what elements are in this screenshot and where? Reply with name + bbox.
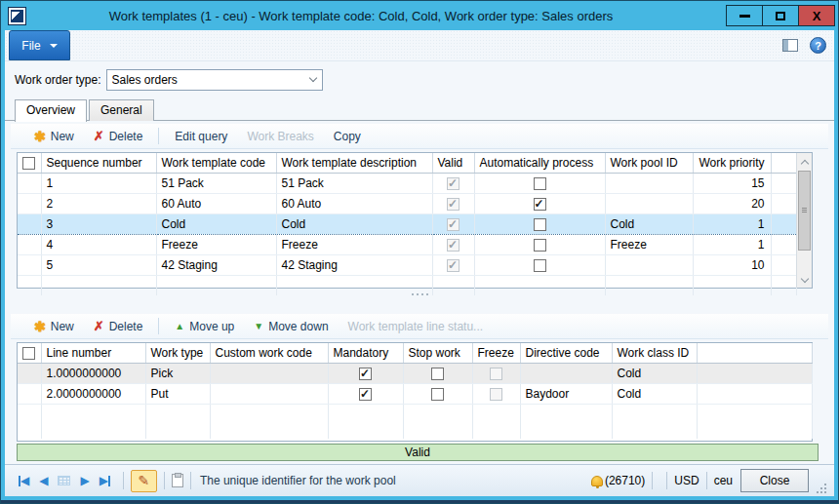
header-row: Sequence number Work template code Work … <box>18 153 796 173</box>
column-header-valid[interactable]: Valid <box>432 153 474 173</box>
stop-work-checkbox[interactable] <box>431 368 444 380</box>
company-field[interactable]: ceu <box>714 474 733 487</box>
mandatory-checkbox[interactable] <box>359 388 372 401</box>
column-header-automatically-process[interactable]: Automatically process <box>474 153 605 173</box>
currency-field[interactable]: USD <box>674 474 699 487</box>
alert-count[interactable]: (26710) <box>605 474 645 487</box>
tab-overview[interactable]: Overview <box>15 99 87 122</box>
file-menu-label: File <box>21 39 40 53</box>
alert-bell-icon[interactable] <box>591 476 603 486</box>
freeze-checkbox <box>490 388 502 401</box>
edit-query-label: Edit query <box>175 130 227 143</box>
table-row[interactable]: 260 Auto60 Auto 20 <box>18 193 796 213</box>
close-button[interactable]: Close <box>740 469 809 492</box>
menu-bar: File ? <box>5 30 834 61</box>
table-row[interactable]: 542 Staging42 Staging 10 <box>18 254 796 275</box>
column-header-directive-code[interactable]: Directive code <box>520 343 612 363</box>
work-breaks-button: Work Breaks <box>237 126 323 147</box>
new-button[interactable]: ✱ New <box>24 126 84 147</box>
automatically-process-checkbox[interactable] <box>534 239 546 252</box>
select-all-header[interactable] <box>18 153 41 173</box>
valid-checkbox <box>447 259 459 272</box>
automatically-process-checkbox[interactable] <box>534 198 546 211</box>
column-header-work-type[interactable]: Work type <box>145 343 210 363</box>
delete-line-button[interactable]: ✗ Delete <box>84 316 153 337</box>
scroll-up-button[interactable] <box>797 154 812 170</box>
move-down-button[interactable]: ▼ Move down <box>244 316 338 337</box>
column-header-work-template-description[interactable]: Work template description <box>276 153 432 173</box>
scroll-down-button[interactable] <box>797 271 812 287</box>
status-message: The unique identifier for the work pool <box>200 474 591 487</box>
column-header-stop-work[interactable]: Stop work <box>403 343 472 363</box>
column-header-work-priority[interactable]: Work priority <box>693 153 771 173</box>
mandatory-checkbox[interactable] <box>359 368 372 380</box>
maximize-button[interactable] <box>762 5 799 26</box>
select-all-header[interactable] <box>18 343 41 363</box>
templates-toolbar: ✱ New ✗ Delete Edit query Work Breaks Co… <box>11 124 828 149</box>
column-header-freeze[interactable]: Freeze <box>472 343 520 363</box>
automatically-process-checkbox[interactable] <box>534 218 546 231</box>
column-header-filler <box>697 343 812 363</box>
minimize-icon <box>739 15 750 18</box>
vertical-scrollbar[interactable] <box>796 153 812 288</box>
row-selector[interactable] <box>18 254 41 275</box>
row-selector[interactable] <box>18 234 41 254</box>
toolbar-separator <box>158 318 159 334</box>
stop-work-checkbox[interactable] <box>431 388 444 401</box>
table-row[interactable]: 2.0000000000Put BaydoorCold <box>18 383 812 404</box>
row-selector[interactable] <box>18 213 41 234</box>
last-record-button[interactable]: ▶ <box>100 474 110 487</box>
column-header-mandatory[interactable]: Mandatory <box>328 343 403 363</box>
work-order-type-label: Work order type: <box>15 73 100 87</box>
table-row[interactable]: 4FreezeFreeze Freeze1 <box>18 234 796 254</box>
row-selector[interactable] <box>18 173 41 193</box>
layout-icon[interactable] <box>782 39 798 52</box>
table-row-selected[interactable]: 3ColdCold Cold1 <box>18 213 796 234</box>
delete-button[interactable]: ✗ Delete <box>84 126 153 147</box>
column-header-line-number[interactable]: Line number <box>41 343 145 363</box>
resize-grip[interactable] <box>817 484 826 493</box>
first-record-button[interactable]: ◀ <box>19 474 29 487</box>
next-record-button[interactable]: ▶ <box>80 474 89 487</box>
work-templates-grid: Sequence number Work template code Work … <box>17 152 813 289</box>
new-icon: ✱ <box>34 129 46 144</box>
row-selector[interactable] <box>18 193 41 213</box>
row-selector[interactable] <box>18 383 41 404</box>
toolbar-separator <box>158 128 159 144</box>
column-header-work-template-code[interactable]: Work template code <box>156 153 276 173</box>
lines-toolbar: ✱ New ✗ Delete ▲ Move up ▼ Move down Wor… <box>11 314 828 339</box>
select-all-checkbox[interactable] <box>22 157 35 170</box>
column-header-custom-work-code[interactable]: Custom work code <box>210 343 328 363</box>
move-up-button[interactable]: ▲ Move up <box>165 316 244 337</box>
edit-record-button[interactable]: ✎ <box>131 470 157 492</box>
table-row[interactable]: 151 Pack51 Pack 15 <box>18 173 796 193</box>
move-up-label: Move up <box>189 320 234 333</box>
work-order-type-select[interactable]: Sales orders <box>106 69 323 91</box>
paste-icon[interactable] <box>172 474 183 487</box>
header-row: Line number Work type Custom work code M… <box>18 343 812 363</box>
column-header-work-pool-id[interactable]: Work pool ID <box>605 153 693 173</box>
minimize-button[interactable] <box>726 5 763 26</box>
scrollbar-thumb[interactable] <box>798 171 811 251</box>
tab-general[interactable]: General <box>89 99 154 121</box>
column-header-work-class-id[interactable]: Work class ID <box>612 343 697 363</box>
help-icon[interactable]: ? <box>810 37 826 54</box>
move-down-label: Move down <box>268 320 328 333</box>
valid-checkbox <box>447 198 459 211</box>
delete-icon: ✗ <box>94 129 104 143</box>
file-menu-button[interactable]: File <box>9 30 70 60</box>
select-all-checkbox[interactable] <box>22 347 35 360</box>
grid-view-icon[interactable] <box>58 476 70 485</box>
copy-button[interactable]: Copy <box>324 126 371 147</box>
column-header-sequence-number[interactable]: Sequence number <box>41 153 156 173</box>
close-window-button[interactable]: X <box>798 5 835 26</box>
row-selector[interactable] <box>18 363 41 383</box>
table-row-selected[interactable]: 1.0000000000Pick Cold <box>18 363 812 383</box>
previous-record-button[interactable]: ◀ <box>39 474 48 487</box>
statusbar-separator <box>666 472 667 489</box>
edit-query-button[interactable]: Edit query <box>165 126 237 147</box>
automatically-process-checkbox[interactable] <box>534 259 546 272</box>
chevron-down-icon <box>309 74 317 82</box>
automatically-process-checkbox[interactable] <box>534 177 546 190</box>
new-line-button[interactable]: ✱ New <box>24 316 84 337</box>
